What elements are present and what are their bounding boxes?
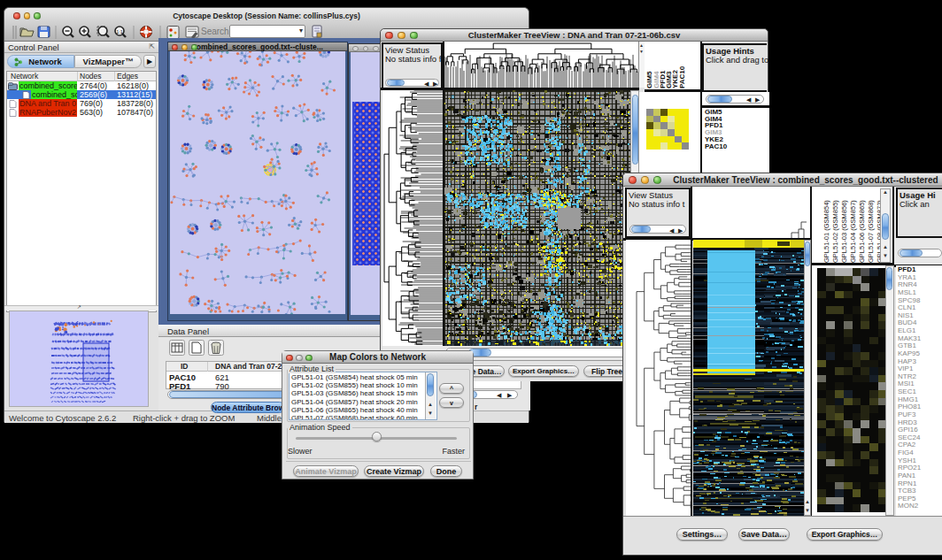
svg-text:1:1: 1:1 <box>116 29 123 35</box>
